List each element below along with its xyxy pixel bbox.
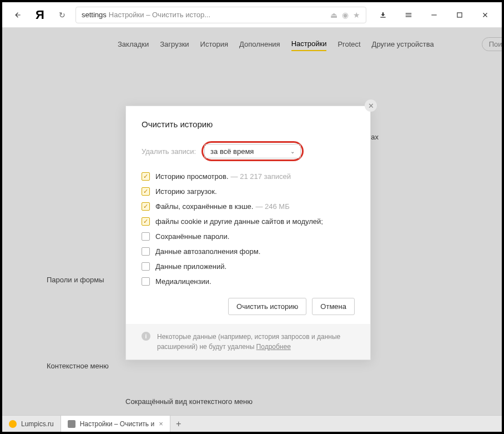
tab-settings[interactable]: Настройки: [291, 37, 327, 51]
info-icon: i: [142, 332, 150, 341]
back-button[interactable]: [7, 4, 29, 26]
close-window-button[interactable]: [473, 4, 497, 26]
checkbox[interactable]: ✓: [142, 187, 150, 196]
yandex-logo[interactable]: Я: [29, 8, 51, 22]
dialog-footer: Очистить историю Отмена: [142, 298, 355, 315]
tab-addons[interactable]: Дополнения: [239, 38, 280, 51]
tab-lumpics[interactable]: Lumpics.ru: [2, 416, 61, 432]
shield-icon: ◉: [342, 11, 349, 19]
check-cookies: ✓ файлы cookie и другие данные сайтов и …: [142, 217, 355, 226]
address-rest: Настройки – Очистить истор...: [109, 11, 210, 19]
check-passwords: Сохранённые пароли.: [142, 232, 355, 241]
settings-search[interactable]: Поис: [482, 37, 502, 51]
arrow-left-icon: [14, 11, 22, 19]
downloads-button[interactable]: [371, 4, 395, 26]
dialog-close-button[interactable]: ✕: [365, 99, 377, 112]
tab-close-button[interactable]: ×: [159, 420, 163, 428]
settings-tabs: Закладки Загрузки История Дополнения Нас…: [2, 28, 502, 60]
clear-history-button[interactable]: Очистить историю: [228, 298, 306, 315]
check-cache: ✓ Файлы, сохранённые в кэше. — 246 МБ: [142, 202, 355, 211]
tab-bar: Lumpics.ru Настройки – Очистить и × +: [2, 415, 502, 432]
tab-devices[interactable]: Другие устройства: [372, 38, 434, 51]
context-line-label: Сокращённый вид контекстного меню: [125, 397, 253, 406]
cancel-button[interactable]: Отмена: [312, 298, 355, 315]
check-media-licenses: Медиалицензии.: [142, 277, 355, 286]
info-bar: i Некоторые данные (например, история за…: [126, 324, 370, 360]
checkbox[interactable]: [142, 277, 150, 286]
maximize-icon: [456, 11, 463, 19]
bookmark-star-icon[interactable]: ★: [353, 11, 360, 19]
checkbox[interactable]: ✓: [142, 172, 150, 181]
info-link[interactable]: Подробнее: [256, 343, 291, 351]
check-browsing-history: ✓ Историю просмотров. — 21 217 записей: [142, 172, 355, 181]
check-autofill: Данные автозаполнения форм.: [142, 247, 355, 256]
close-icon: [481, 11, 489, 19]
check-appdata: Данные приложений.: [142, 262, 355, 271]
tab-history[interactable]: История: [200, 38, 228, 51]
titlebar: Я ↻ settings Настройки – Очистить истор.…: [2, 2, 502, 28]
menu-button[interactable]: [396, 4, 421, 26]
lock-icon: ⏏: [330, 11, 337, 19]
tab-bookmarks[interactable]: Закладки: [118, 38, 149, 51]
content-area: Закладки Загрузки История Дополнения Нас…: [2, 28, 502, 432]
time-range-row: Удалить записи: за всё время ⌄: [142, 141, 355, 161]
favicon-icon: [9, 420, 17, 428]
tab-downloads[interactable]: Загрузки: [160, 38, 189, 51]
gear-icon: [68, 420, 75, 428]
clear-history-dialog: ✕ Очистить историю Удалить записи: за вс…: [125, 106, 371, 360]
download-icon: [379, 11, 387, 19]
checkbox[interactable]: [142, 247, 150, 256]
toolbar-right: [371, 4, 497, 26]
checkbox[interactable]: [142, 232, 150, 241]
minimize-button[interactable]: [422, 4, 446, 26]
checkbox[interactable]: [142, 262, 150, 271]
time-range-select[interactable]: за всё время ⌄: [204, 144, 301, 158]
section-passwords-label: Пароли и формы: [47, 276, 104, 284]
maximize-button[interactable]: [447, 4, 472, 26]
tab-settings-page[interactable]: Настройки – Очистить и ×: [61, 416, 170, 432]
checkbox[interactable]: ✓: [142, 202, 150, 211]
section-context-label: Контекстное меню: [47, 362, 109, 370]
browser-window: Я ↻ settings Настройки – Очистить истор.…: [2, 2, 502, 432]
minimize-icon: [430, 11, 438, 19]
dialog-title: Очистить историю: [142, 119, 355, 129]
address-bar[interactable]: settings Настройки – Очистить истор... ⏏…: [75, 7, 366, 23]
time-select-highlight: за всё время ⌄: [201, 141, 304, 161]
check-download-history: ✓ Историю загрузок.: [142, 187, 355, 196]
chevron-down-icon: ⌄: [290, 148, 295, 154]
new-tab-button[interactable]: +: [170, 416, 187, 432]
delete-label: Удалить записи:: [142, 147, 196, 156]
info-text: Некоторые данные (например, история запр…: [157, 332, 355, 352]
checkbox[interactable]: ✓: [142, 217, 150, 226]
address-icons: ⏏ ◉ ★: [330, 11, 360, 19]
hamburger-icon: [405, 11, 412, 19]
svg-rect-0: [457, 12, 462, 17]
address-key: settings: [82, 11, 107, 19]
checkbox-list: ✓ Историю просмотров. — 21 217 записей ✓…: [142, 172, 355, 286]
reload-button[interactable]: ↻: [53, 11, 71, 19]
tab-protect[interactable]: Protect: [337, 38, 360, 51]
